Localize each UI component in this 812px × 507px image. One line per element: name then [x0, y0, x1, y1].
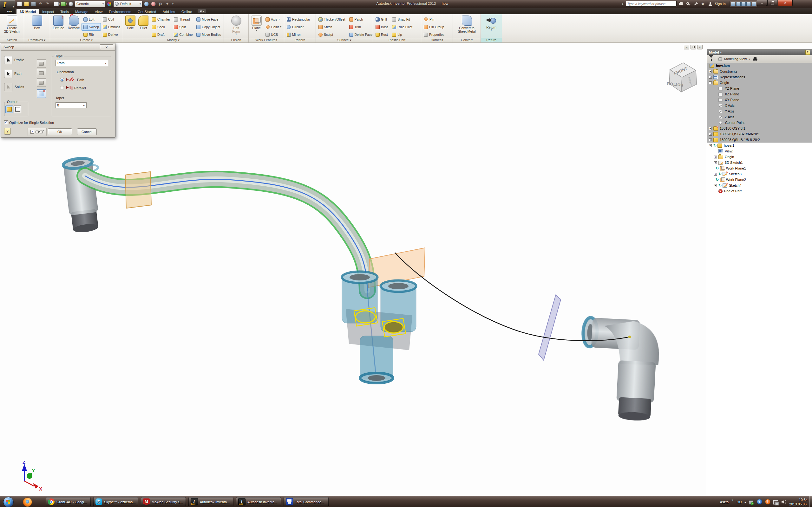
blue-app-tray-icon[interactable]: Z [757, 499, 762, 504]
firefox-taskbar-icon[interactable] [23, 498, 32, 507]
doc-restore-button[interactable] [691, 45, 696, 49]
network-tray-icon[interactable] [773, 500, 778, 504]
subscription-key-icon[interactable] [686, 1, 691, 6]
sweep-dialog-titlebar[interactable]: Sweep ✕ [1, 43, 115, 51]
desktop-toolbar-label[interactable]: Asztal » [720, 500, 729, 504]
adjust2-button[interactable] [150, 1, 156, 7]
tree-item-work-plane1[interactable]: ↻ Work Plane1 [707, 165, 812, 171]
snap-fit-button[interactable]: Snap Fit [390, 15, 414, 23]
split-button[interactable]: Split [172, 23, 194, 31]
sketch-dropdown-button[interactable]: ▾ [54, 1, 60, 7]
cancel-button[interactable]: Cancel [77, 128, 97, 135]
panel-label-create[interactable]: Create▾ [50, 38, 123, 43]
usb-tray-icon[interactable] [749, 500, 754, 504]
panel-label-harness[interactable]: Harness [421, 38, 453, 43]
update-dropdown-button[interactable]: ▾ [61, 1, 67, 7]
output-surface-button[interactable] [14, 106, 21, 113]
expand-icon[interactable]: + [709, 138, 712, 141]
taskbar-button-total-commander[interactable]: Total Commande... [284, 497, 328, 506]
favorites-star-icon[interactable]: ★ [700, 1, 706, 6]
tree-item-z-axis[interactable]: Z Axis [707, 114, 812, 120]
tree-item-y-axis[interactable]: Y Axis [707, 108, 812, 114]
thread-button[interactable]: Thread [172, 15, 194, 23]
work-plane-2[interactable] [539, 295, 561, 360]
panel-label-fusion[interactable]: Fusion [224, 38, 248, 43]
undo-button[interactable]: ↶ [38, 1, 44, 7]
ribbon-minimize-button[interactable]: ▣▾ [198, 9, 206, 13]
open-button[interactable] [23, 1, 30, 7]
tab-add-ins[interactable]: Add-Ins [159, 9, 178, 14]
status-icon-5[interactable] [752, 2, 756, 6]
taskbar-button-inventor-2[interactable]: Autodesk Invento... [236, 497, 281, 506]
close-button[interactable]: × [778, 0, 793, 6]
status-icon-3[interactable] [741, 2, 746, 6]
lip-button[interactable]: Lip [390, 31, 414, 38]
pin-button[interactable]: Pin [422, 15, 446, 23]
taskbar-button-grabcad[interactable]: GrabCAD - Googl... [46, 497, 91, 506]
boss-button[interactable]: Boss [374, 23, 390, 31]
shell-button[interactable]: Shell [150, 23, 172, 31]
axis-button[interactable]: Axis▾ [264, 15, 283, 23]
minimize-button[interactable]: – [757, 0, 767, 6]
delete-face-button[interactable]: Delete Face [347, 31, 374, 38]
tab-online[interactable]: Online [178, 9, 195, 14]
sweep-dialog-close-button[interactable]: ✕ [100, 44, 113, 50]
redo-button[interactable]: ↷ [44, 1, 50, 7]
sign-in-label[interactable]: Sign In [715, 2, 726, 6]
color-wheel-button[interactable] [106, 1, 112, 7]
point-button[interactable]: Point▾ [264, 23, 283, 31]
grill-button[interactable]: Grill [374, 15, 390, 23]
tree-item-153150-qsy[interactable]: + 153150 QSY-8:1 [707, 125, 812, 131]
expand-icon[interactable]: + [709, 76, 712, 78]
mirror-button[interactable]: Mirror [285, 31, 312, 38]
tree-item-sketch3[interactable]: + ↻ Sketch3 [707, 171, 812, 177]
tree-item-xz-plane[interactable]: XZ Plane [707, 91, 812, 97]
tray-expand-icon[interactable]: ▴ [745, 500, 746, 504]
expand-icon[interactable]: + [709, 70, 712, 73]
extrude-button[interactable]: Extrude [51, 15, 66, 37]
sculpt-button[interactable]: Sculpt [316, 31, 347, 38]
orientation-parallel-radio[interactable] [60, 86, 64, 90]
panel-label-plastic-part[interactable]: Plastic Part [373, 38, 421, 43]
tree-item-constraints[interactable]: + Constraints [707, 68, 812, 74]
revolve-button[interactable]: Revolve [66, 15, 81, 37]
path-endpoint[interactable] [628, 336, 631, 338]
tree-item-sketch4[interactable]: + ↻ Sketch4 [707, 182, 812, 188]
patch-button[interactable]: Patch [347, 15, 374, 23]
profile-select-button[interactable] [4, 56, 12, 64]
rectangular-pattern-button[interactable]: Rectangular [285, 15, 312, 23]
combine-button[interactable]: Combine [172, 31, 194, 38]
fillet-button[interactable]: Fillet [137, 15, 150, 37]
tree-item-view[interactable]: View: [707, 148, 812, 154]
path-select-button[interactable] [4, 70, 12, 78]
expand-icon[interactable]: + [709, 127, 712, 130]
optimize-checkbox[interactable]: ✓ [4, 120, 8, 124]
box-button[interactable]: Box [29, 15, 46, 37]
help-button[interactable]: ? [4, 128, 11, 135]
doc-close-button[interactable]: × [697, 45, 703, 49]
status-icon-2[interactable] [736, 2, 741, 6]
optimize-label[interactable]: Optimize for Single Selection [9, 121, 54, 124]
tree-item-130928-qsl-2[interactable]: + 130928 QSL-B-1/8-8-20:2 [707, 137, 812, 143]
save-button[interactable] [31, 1, 37, 7]
tree-item-how-iam[interactable]: how.iam [707, 63, 812, 68]
alert-tray-icon[interactable]: ! [765, 499, 770, 504]
tab-inspect[interactable]: Inspect [39, 9, 57, 14]
qat-customize-button[interactable]: + [164, 1, 170, 7]
tab-environments[interactable]: Environments [106, 9, 134, 14]
tree-item-xy-plane[interactable]: XY Plane [707, 97, 812, 103]
panel-label-convert[interactable]: Convert [453, 38, 480, 43]
taper-input[interactable] [55, 102, 87, 108]
graphics-window[interactable]: – × FRONT BOTTOM RIGHT Z Y [0, 43, 812, 496]
draft-button[interactable]: Draft [150, 31, 172, 38]
browser-help-icon[interactable]: ? [805, 50, 810, 55]
orientation-parallel-option[interactable]: Parallel [74, 86, 86, 90]
view-cube[interactable]: FRONT BOTTOM RIGHT [663, 58, 701, 93]
rest-button[interactable]: Rest [374, 31, 390, 38]
adjust-button[interactable] [143, 1, 149, 7]
view-mode-label[interactable]: Modeling View [724, 57, 747, 61]
tree-item-x-axis[interactable]: X Axis [707, 103, 812, 108]
expand-icon[interactable]: + [714, 173, 717, 176]
panel-label-sketch[interactable]: Sketch [0, 38, 24, 43]
tab-tools[interactable]: Tools [57, 9, 72, 14]
